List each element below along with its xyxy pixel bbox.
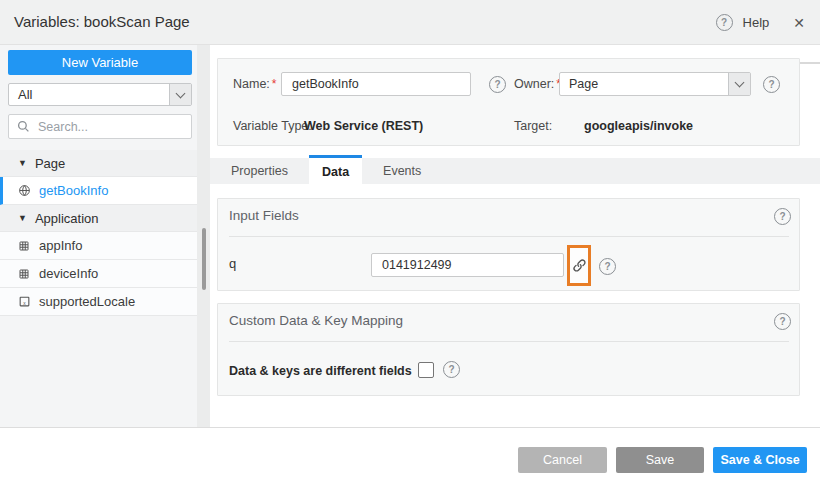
custom-mapping-help-icon[interactable]: ? (774, 313, 791, 330)
tree-item-supportedlocale[interactable]: x supportedLocale (0, 288, 197, 316)
tree-group-label: Page (35, 156, 65, 171)
tree-group-label: Application (35, 211, 99, 226)
dialog-header: Variables: bookScan Page ? Help ✕ (0, 0, 820, 45)
tree-item-getbookinfo[interactable]: getBookInfo (0, 177, 197, 205)
owner-label: Owner:* (514, 77, 561, 91)
different-fields-checkbox[interactable] (418, 362, 434, 378)
search-icon (17, 120, 30, 133)
tree-item-deviceinfo[interactable]: deviceInfo (0, 260, 197, 288)
save-button[interactable]: Save (616, 447, 704, 473)
param-q-input[interactable] (371, 253, 564, 277)
annotation-highlight-box (567, 245, 591, 286)
variable-type-label: Variable Type: (233, 119, 312, 133)
dialog-footer: Cancel Save Save & Close (0, 427, 820, 486)
tree-item-label: getBookInfo (39, 183, 108, 198)
tree-item-label: deviceInfo (39, 266, 98, 281)
main-content: Name:* ? Owner:* Page ? Variable Type: W… (210, 45, 820, 427)
collapse-triangle-icon[interactable]: ▼ (18, 158, 27, 168)
owner-help-icon[interactable]: ? (763, 76, 780, 93)
tree-group-page[interactable]: ▼ Page (0, 150, 197, 177)
tab-data[interactable]: Data (309, 155, 362, 184)
section-title: Custom Data & Key Mapping (229, 313, 403, 328)
locale-icon: x (17, 295, 31, 309)
link-icon[interactable] (572, 258, 587, 273)
filter-dropdown-value: All (9, 87, 169, 102)
close-icon[interactable]: ✕ (793, 15, 805, 31)
target-label: Target: (514, 119, 552, 133)
header-actions: ? Help ✕ (716, 0, 805, 45)
name-input[interactable] (281, 72, 471, 96)
sidebar-scrollbar[interactable] (202, 228, 206, 290)
variables-dialog: Variables: bookScan Page ? Help ✕ New Va… (0, 0, 820, 486)
tree-group-application[interactable]: ▼ Application (0, 205, 197, 232)
grid-icon (17, 267, 31, 281)
help-icon[interactable]: ? (716, 14, 733, 31)
sidebar-divider (197, 45, 210, 427)
svg-text:x: x (23, 301, 26, 306)
cancel-button[interactable]: Cancel (518, 447, 607, 473)
variable-type-value: Web Service (REST) (304, 119, 423, 133)
section-divider (229, 341, 789, 342)
globe-icon (17, 184, 31, 198)
owner-dropdown-value: Page (560, 77, 728, 91)
new-variable-button[interactable]: New Variable (8, 50, 192, 75)
required-asterisk: * (272, 77, 277, 91)
variables-sidebar: New Variable All ▼ Page getBookInfo ▼ Ap… (0, 45, 197, 427)
collapse-triangle-icon[interactable]: ▼ (18, 213, 27, 223)
section-title: Input Fields (229, 208, 299, 223)
custom-mapping-section: Custom Data & Key Mapping ? Data & keys … (217, 303, 800, 396)
variable-search[interactable] (8, 114, 192, 139)
help-link[interactable]: Help (743, 15, 770, 30)
grid-icon (17, 239, 31, 253)
dialog-title: Variables: bookScan Page (14, 13, 190, 30)
variable-summary-panel: Name:* ? Owner:* Page ? Variable Type: W… (217, 58, 800, 146)
detail-tabs: Properties Data Events (210, 155, 820, 184)
search-input[interactable] (36, 119, 180, 135)
input-fields-section: Input Fields ? q ? (217, 198, 800, 291)
tree-item-label: appInfo (39, 238, 82, 253)
variable-tree: ▼ Page getBookInfo ▼ Application appInfo (0, 150, 197, 316)
tree-item-label: supportedLocale (39, 294, 135, 309)
save-and-close-button[interactable]: Save & Close (713, 447, 807, 473)
filter-dropdown[interactable]: All (8, 83, 192, 106)
section-divider (229, 236, 789, 237)
param-q-help-icon[interactable]: ? (599, 258, 616, 275)
name-label: Name:* (233, 77, 277, 91)
input-fields-help-icon[interactable]: ? (774, 208, 791, 225)
different-fields-label: Data & keys are different fields (229, 364, 412, 378)
chevron-down-icon (728, 73, 750, 95)
tab-events[interactable]: Events (362, 158, 442, 184)
owner-dropdown[interactable]: Page (559, 72, 751, 96)
name-help-icon[interactable]: ? (489, 76, 506, 93)
param-q-label: q (229, 256, 236, 271)
different-fields-help-icon[interactable]: ? (443, 361, 460, 378)
tab-properties[interactable]: Properties (210, 158, 309, 184)
tree-item-appinfo[interactable]: appInfo (0, 232, 197, 260)
chevron-down-icon (169, 84, 191, 105)
target-value: googleapis/invoke (584, 119, 693, 133)
